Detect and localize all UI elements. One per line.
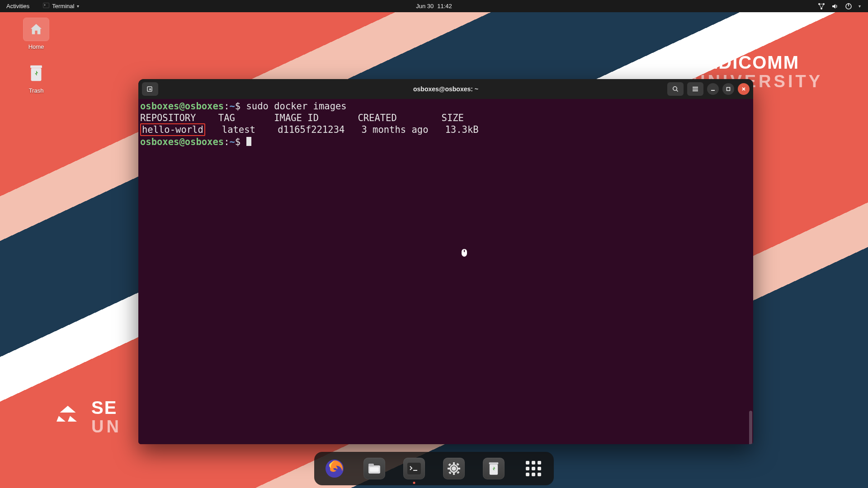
clock-date: Jun 30 [416,3,434,9]
dock-app-settings[interactable] [442,456,466,481]
svg-rect-8 [30,66,42,68]
files-icon [363,458,385,479]
svg-rect-22 [448,463,451,466]
gear-icon [443,458,465,479]
cell-created: 3 months ago [361,124,428,135]
prompt-path: ~ [229,101,235,112]
terminal-window: osboxes@osboxes: ~ osboxes@osboxes:~$ su… [138,79,753,444]
dock-app-files[interactable] [362,456,387,481]
desktop-icon-trash-label: Trash [14,87,59,94]
svg-rect-15 [370,467,379,472]
svg-rect-6 [848,3,849,6]
top-bar: Activities Terminal ▾ Jun 30 11:42 ▾ [0,0,868,12]
svg-rect-11 [727,88,730,91]
app-menu[interactable]: Terminal ▾ [39,2,83,10]
svg-rect-16 [407,463,421,474]
cell-tag: latest [222,124,255,135]
clock[interactable]: Jun 30 11:42 [416,3,452,9]
svg-rect-24 [456,463,459,465]
clock-time: 11:42 [437,3,452,9]
svg-rect-18 [453,462,455,465]
terminal-body[interactable]: osboxes@osboxes:~$ sudo docker images RE… [138,99,753,444]
col-created: CREATED [358,113,396,123]
svg-rect-19 [453,473,455,475]
dock-app-trash[interactable] [481,456,506,481]
svg-rect-20 [448,468,450,469]
prompt-sep: : [224,101,229,112]
col-image-id: IMAGE ID [274,113,319,123]
col-repository: REPOSITORY [140,113,196,123]
terminal-icon [403,458,425,479]
cell-image-id: d1165f221234 [278,124,344,135]
maximize-button[interactable] [722,83,734,95]
terminal-titlebar[interactable]: osboxes@osboxes: ~ [138,79,753,99]
desktop-icons: Home Trash [14,18,59,106]
svg-point-10 [673,87,677,90]
brand-sub-cut: UN [91,417,122,436]
terminal-mini-icon [43,3,49,9]
svg-rect-25 [448,471,451,474]
cell-size: 13.3kB [445,124,479,135]
dock [314,452,554,485]
svg-rect-28 [489,462,499,465]
terminal-scrollbar[interactable] [749,411,752,444]
search-button[interactable] [667,82,684,96]
new-tab-button[interactable] [142,82,158,96]
svg-rect-14 [368,464,374,466]
brand-name: SEDICOMM [693,52,799,72]
wallpaper-brand-bottom: SE UN [54,398,122,436]
hamburger-menu-button[interactable] [687,82,703,96]
brand-logo-icon [54,404,81,431]
apps-grid-icon [526,461,541,476]
power-icon[interactable] [845,3,852,10]
dock-app-terminal[interactable] [402,456,426,481]
col-size: SIZE [442,113,464,123]
minimize-button[interactable] [707,83,719,95]
prompt-path: ~ [229,136,235,147]
svg-rect-23 [457,471,459,474]
brand-name-cut: SE [91,398,117,418]
activities-button[interactable]: Activities [3,2,33,10]
svg-rect-21 [458,468,460,469]
desktop-icon-trash[interactable]: Trash [14,62,59,94]
prompt-sep: : [224,136,229,147]
dock-show-apps[interactable] [521,456,546,481]
prompt-user: osboxes@osboxes [140,136,224,147]
svg-rect-1 [43,3,49,8]
col-tag: TAG [218,113,235,123]
volume-icon[interactable] [831,3,839,10]
terminal-cursor [246,137,251,146]
network-icon[interactable] [818,3,825,10]
prompt-user: osboxes@osboxes [140,101,224,112]
terminal-title: osboxes@osboxes: ~ [413,85,478,93]
mouse-pointer-icon [460,248,468,260]
trash-icon [483,458,505,479]
dock-app-firefox[interactable] [322,456,347,481]
system-menu-chevron-icon[interactable]: ▾ [859,4,861,9]
desktop-icon-home-label: Home [14,43,59,50]
svg-point-17 [452,466,456,471]
cell-repository: hello-world [140,123,205,136]
prompt-sym: $ [235,136,241,147]
command-text: sudo docker images [246,101,347,112]
prompt-sym: $ [235,101,241,112]
app-menu-label: Terminal [52,3,74,9]
close-button[interactable] [738,83,750,95]
desktop-icon-home[interactable]: Home [14,18,59,50]
chevron-down-icon: ▾ [77,4,79,9]
